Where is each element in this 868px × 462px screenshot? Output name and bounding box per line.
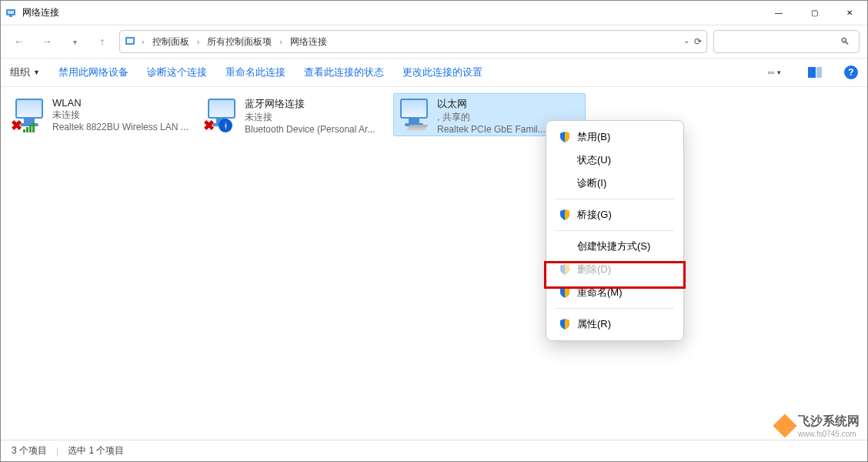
ctx-diagnose[interactable]: 诊断(I) xyxy=(549,172,680,195)
search-icon: 🔍︎ xyxy=(840,36,850,47)
view-options-button[interactable]: ▫▫▼ xyxy=(764,62,786,83)
breadcrumb-root[interactable]: 控制面板 xyxy=(149,34,192,50)
status-bar: 3 个项目 | 选中 1 个项目 xyxy=(1,440,867,461)
wlan-adapter-icon: ✖ xyxy=(14,97,46,129)
chevron-right-icon: › xyxy=(195,37,202,46)
view-status-button[interactable]: 查看此连接的状态 xyxy=(304,65,384,79)
bluetooth-icon: ᚼ xyxy=(219,119,232,132)
ctx-label: 桥接(G) xyxy=(577,208,612,222)
annotation-highlight xyxy=(544,261,686,289)
menu-separator xyxy=(556,308,674,309)
item-name: 以太网 xyxy=(437,97,580,111)
help-button[interactable]: ? xyxy=(844,65,858,79)
item-status: 未连接 xyxy=(52,109,195,122)
minimize-button[interactable]: ― xyxy=(761,1,796,25)
organize-label: 组织 xyxy=(10,65,30,79)
bluetooth-adapter-icon: ✖ ᚼ xyxy=(206,97,239,129)
ethernet-cable-icon xyxy=(406,125,429,131)
watermark-arrow-icon xyxy=(773,413,796,437)
control-panel-icon xyxy=(125,35,137,48)
status-item-count: 3 个项目 xyxy=(12,444,47,457)
ethernet-adapter-icon xyxy=(399,97,431,129)
watermark-url: www.fs0745.com xyxy=(798,430,860,438)
change-settings-button[interactable]: 更改此连接的设置 xyxy=(402,65,482,79)
chevron-down-icon: ▼ xyxy=(33,69,40,76)
back-button[interactable]: ← xyxy=(8,31,30,52)
chevron-right-icon: › xyxy=(140,37,146,46)
item-name: 蓝牙网络连接 xyxy=(245,97,388,111)
network-item-bluetooth[interactable]: ✖ ᚼ 蓝牙网络连接 未连接 Bluetooth Device (Persona… xyxy=(201,93,393,136)
item-name: WLAN xyxy=(52,97,195,109)
svg-rect-5 xyxy=(808,67,816,78)
ctx-label: 禁用(B) xyxy=(577,130,610,144)
breadcrumb-here[interactable]: 网络连接 xyxy=(287,34,330,50)
history-dropdown-icon[interactable]: ▾ xyxy=(64,31,85,52)
organize-menu[interactable]: 组织 ▼ xyxy=(10,65,40,79)
status-selected-count: 选中 1 个项目 xyxy=(68,444,124,457)
ctx-disable[interactable]: 禁用(B) xyxy=(549,126,680,149)
ctx-create-shortcut[interactable]: 创建快捷方式(S) xyxy=(549,235,680,258)
navigation-bar: ← → ▾ ↑ › 控制面板 › 所有控制面板项 › 网络连接 ⌄ ⟳ 🔍︎ xyxy=(1,25,867,58)
ctx-label: 诊断(I) xyxy=(577,176,606,190)
ctx-label: 创建快捷方式(S) xyxy=(577,239,650,253)
item-device: Bluetooth Device (Personal Ar... xyxy=(245,124,388,135)
watermark: 飞沙系统网 www.fs0745.com xyxy=(776,413,860,438)
ctx-status[interactable]: 状态(U) xyxy=(549,149,680,172)
content-area: ✖ WLAN 未连接 Realtek 8822BU Wireless LAN .… xyxy=(1,87,867,142)
context-menu: 禁用(B) 状态(U) 诊断(I) 桥接(G) 创建快捷方式(S) 删除(D) … xyxy=(546,120,684,341)
disable-device-button[interactable]: 禁用此网络设备 xyxy=(58,65,129,79)
status-separator: | xyxy=(56,446,58,457)
svg-rect-4 xyxy=(127,38,133,43)
rename-connection-button[interactable]: 重命名此连接 xyxy=(225,65,285,79)
search-input[interactable]: 🔍︎ xyxy=(713,30,860,53)
refresh-button[interactable]: ⟳ xyxy=(694,36,702,47)
menu-separator xyxy=(556,230,674,231)
window-title: 网络连接 xyxy=(22,6,761,19)
menu-separator xyxy=(556,199,674,199)
svg-rect-6 xyxy=(816,67,822,78)
breadcrumb-all[interactable]: 所有控制面板项 xyxy=(204,34,275,50)
ctx-bridge[interactable]: 桥接(G) xyxy=(549,203,680,226)
address-dropdown-icon[interactable]: ⌄ xyxy=(683,36,689,47)
chevron-down-icon: ▼ xyxy=(776,69,782,76)
address-bar[interactable]: › 控制面板 › 所有控制面板项 › 网络连接 ⌄ ⟳ xyxy=(119,30,707,53)
shield-icon xyxy=(559,318,571,330)
shield-icon xyxy=(559,131,571,143)
close-button[interactable]: ✕ xyxy=(832,1,867,25)
shield-icon xyxy=(559,209,571,221)
up-button[interactable]: ↑ xyxy=(92,31,113,52)
command-bar: 组织 ▼ 禁用此网络设备 诊断这个连接 重命名此连接 查看此连接的状态 更改此连… xyxy=(1,58,867,87)
svg-rect-1 xyxy=(8,11,14,14)
maximize-button[interactable]: ▢ xyxy=(796,1,832,25)
wifi-signal-icon xyxy=(23,122,35,132)
item-status: 未连接 xyxy=(245,111,388,124)
title-bar: 网络连接 ― ▢ ✕ xyxy=(1,1,867,25)
ctx-label: 属性(R) xyxy=(577,317,611,331)
diagnose-connection-button[interactable]: 诊断这个连接 xyxy=(147,65,207,79)
network-item-wlan[interactable]: ✖ WLAN 未连接 Realtek 8822BU Wireless LAN .… xyxy=(8,93,201,136)
forward-button[interactable]: → xyxy=(36,31,58,52)
watermark-name: 飞沙系统网 xyxy=(798,413,860,430)
chevron-right-icon: › xyxy=(278,37,284,46)
ctx-label: 状态(U) xyxy=(577,153,611,167)
app-icon xyxy=(5,7,18,19)
details-pane-button[interactable] xyxy=(804,62,826,83)
item-device: Realtek 8822BU Wireless LAN ... xyxy=(52,122,195,132)
error-x-icon: ✖ xyxy=(203,119,217,132)
ctx-properties[interactable]: 属性(R) xyxy=(549,313,680,336)
svg-rect-2 xyxy=(9,15,12,17)
